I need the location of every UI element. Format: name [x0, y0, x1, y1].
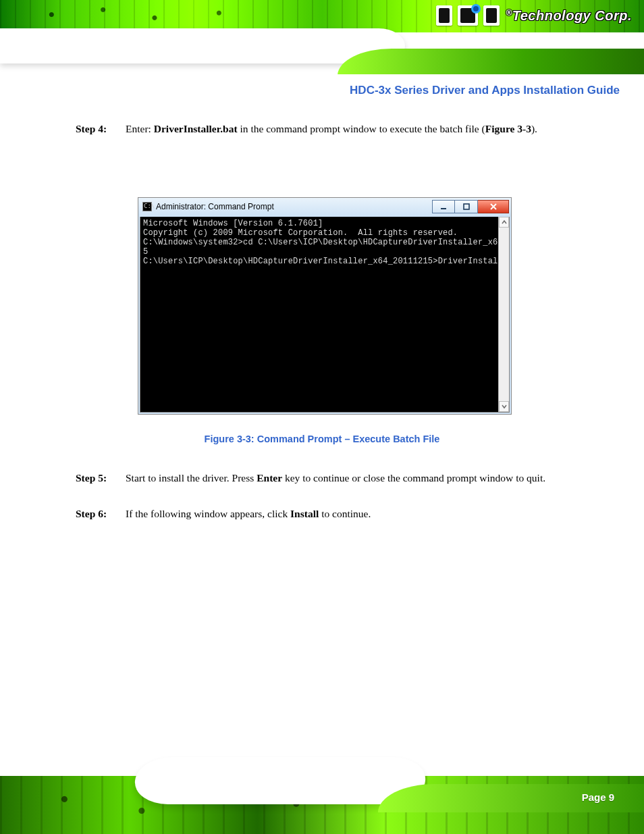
- cmd-line-6: C:\Users\ICP\Desktop\HDCaptureDriverInst…: [143, 257, 506, 266]
- logo-dot-icon: [471, 4, 481, 14]
- brand-text: ®Technology Corp.: [506, 8, 632, 24]
- step-5-pre: Start to install the driver. Press: [126, 472, 257, 484]
- close-icon: [489, 203, 498, 210]
- step-4-cmd: DriverInstaller.bat: [154, 123, 238, 134]
- scroll-track[interactable]: [499, 228, 509, 401]
- cmd-window-titlebar: Administrator: Command Prompt: [138, 198, 511, 215]
- cmd-line-0: Microsoft Windows [Version 6.1.7601]: [143, 219, 506, 228]
- logo-letter-i-icon: [436, 5, 452, 26]
- registered-mark: ®: [506, 8, 512, 18]
- step-5-kw: Enter: [257, 472, 282, 484]
- cmd-window-title: Administrator: Command Prompt: [156, 202, 274, 211]
- logo-letter-i2-icon: [483, 5, 500, 26]
- step-5-body: Start to install the driver. Press Enter…: [126, 469, 589, 487]
- svg-rect-0: [441, 208, 446, 209]
- header-band: ®Technology Corp.: [0, 0, 644, 74]
- chevron-up-icon: [502, 219, 507, 225]
- document-title: HDC-3x Series Driver and Apps Installati…: [350, 84, 620, 97]
- step-6-post: to continue.: [319, 508, 371, 519]
- window-controls: [432, 200, 509, 213]
- footer-band: Page 9: [0, 746, 644, 834]
- brand-name: Technology Corp.: [512, 8, 632, 23]
- header-pcb-strip: [0, 0, 644, 32]
- step-4-post: in the command prompt window to execute …: [238, 123, 485, 134]
- step-4: Step 4: Enter: DriverInstaller.bat in th…: [76, 120, 589, 138]
- step-4-tail: ).: [531, 123, 537, 134]
- figure-cmd-window: Administrator: Command Prompt Microsoft …: [138, 197, 512, 415]
- header-sweep: [0, 19, 644, 74]
- page-number: Page 9: [582, 791, 614, 803]
- cmd-icon: [142, 202, 152, 211]
- step-5-post: key to continue or close the command pro…: [282, 472, 545, 484]
- step-6-pre: If the following window appears, click: [126, 508, 290, 519]
- step-6: Step 6: If the following window appears,…: [76, 505, 589, 523]
- minimize-icon: [440, 203, 447, 210]
- cmd-line-1: Copyright (c) 2009 Microsoft Corporation…: [143, 228, 506, 238]
- scroll-up-button[interactable]: [499, 217, 509, 228]
- cmd-body: Microsoft Windows [Version 6.1.7601] Cop…: [140, 217, 510, 413]
- step-4-body: Enter: DriverInstaller.bat in the comman…: [126, 120, 589, 138]
- close-button[interactable]: [478, 200, 509, 213]
- cmd-scrollbar[interactable]: [498, 217, 509, 412]
- footer-pcb-strip: [0, 776, 644, 834]
- cmd-line-6-text: C:\Users\ICP\Desktop\HDCaptureDriverInst…: [143, 257, 510, 266]
- minimize-button[interactable]: [432, 200, 455, 213]
- cmd-line-4: 5: [143, 247, 506, 257]
- cmd-line-3: C:\Windows\system32>cd C:\Users\ICP\Desk…: [143, 238, 506, 247]
- brand-logo: ®Technology Corp.: [435, 5, 632, 26]
- logo-letter-e-icon: [458, 5, 478, 26]
- scroll-down-button[interactable]: [499, 401, 509, 412]
- figure-caption: Figure 3-3: Command Prompt – Execute Bat…: [0, 434, 644, 444]
- step-4-label: Step 4:: [76, 120, 126, 138]
- step-6-label: Step 6:: [76, 505, 126, 523]
- content-block-3: Step 6: If the following window appears,…: [76, 505, 589, 524]
- footer-green-sweep: [378, 784, 644, 812]
- maximize-icon: [463, 203, 470, 210]
- step-6-kw: Install: [290, 508, 319, 519]
- step-4-figref: Figure 3-3: [485, 123, 531, 134]
- footer-white-sweep: [132, 757, 427, 804]
- step-5: Step 5: Start to install the driver. Pre…: [76, 469, 589, 487]
- step-4-pre: Enter:: [126, 123, 154, 134]
- step-6-body: If the following window appears, click I…: [126, 505, 589, 523]
- chevron-down-icon: [502, 404, 507, 409]
- content-block-2: Step 5: Start to install the driver. Pre…: [76, 469, 589, 488]
- content-block-1: Step 4: Enter: DriverInstaller.bat in th…: [76, 120, 589, 139]
- maximize-button[interactable]: [455, 200, 478, 213]
- svg-rect-1: [464, 204, 469, 209]
- step-5-label: Step 5:: [76, 469, 126, 487]
